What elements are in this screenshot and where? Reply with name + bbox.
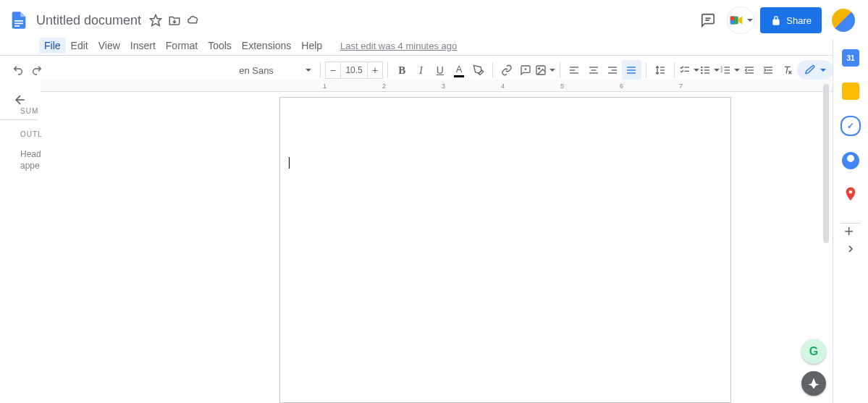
clear-formatting-button[interactable] [778, 60, 796, 80]
get-addons-button[interactable]: + [840, 223, 858, 240]
hide-side-panel-button[interactable] [842, 240, 859, 258]
side-panel: 31 + G OpenCtrl+OMake a copyShareEmailDo… [833, 39, 868, 403]
insert-image-button[interactable] [535, 60, 555, 80]
chevron-down-icon [747, 19, 753, 22]
chevron-down-icon [820, 69, 826, 72]
menu-tools[interactable]: Tools [203, 38, 237, 54]
text-color-button[interactable]: A [450, 60, 468, 80]
chevron-down-icon [714, 69, 720, 72]
floating-bubbles: G [801, 339, 826, 396]
star-icon[interactable] [147, 12, 164, 29]
svg-rect-1 [14, 23, 23, 25]
separator [320, 62, 321, 78]
separator [387, 62, 388, 78]
menubar: File Edit View Insert Format Tools Exten… [0, 36, 868, 55]
redo-button[interactable] [28, 60, 46, 80]
font-family-select[interactable]: en Sans [235, 60, 316, 80]
align-right-button[interactable] [603, 60, 622, 80]
menu-view[interactable]: View [93, 38, 125, 54]
numbered-list-button[interactable]: 12 [720, 60, 740, 80]
titlebar: Untitled document Share [0, 0, 868, 36]
menu-format[interactable]: Format [161, 38, 203, 54]
svg-point-32 [701, 72, 703, 75]
explore-button[interactable] [801, 371, 826, 396]
svg-rect-34 [704, 69, 709, 70]
menu-edit[interactable]: Edit [66, 38, 93, 54]
outline-sidebar: SUM OUTL Headappe [0, 80, 41, 403]
svg-point-31 [701, 69, 703, 72]
insert-link-button[interactable] [497, 60, 516, 80]
separator [646, 62, 646, 78]
outline-heading: OUTL [0, 120, 38, 143]
bulleted-list-button[interactable] [699, 60, 720, 80]
menu-extensions[interactable]: Extensions [237, 38, 296, 54]
editing-mode-button[interactable] [797, 60, 833, 80]
separator [492, 62, 493, 78]
svg-rect-35 [704, 72, 709, 73]
separator [674, 62, 675, 78]
menu-help[interactable]: Help [296, 38, 327, 54]
highlight-button[interactable] [468, 60, 487, 80]
svg-rect-2 [14, 25, 20, 27]
last-edit-link[interactable]: Last edit was 4 minutes ago [340, 41, 457, 51]
ruler-tick: 6 [620, 82, 623, 90]
svg-rect-7 [730, 17, 735, 21]
ruler[interactable]: 1234567 [41, 80, 833, 92]
align-left-button[interactable] [565, 60, 583, 80]
underline-button[interactable]: U [431, 60, 450, 80]
doc-title[interactable]: Untitled document [32, 12, 146, 30]
tasks-addon-icon[interactable] [840, 116, 861, 136]
svg-rect-8 [730, 20, 735, 25]
maps-addon-icon[interactable] [842, 185, 859, 203]
calendar-addon-icon[interactable]: 31 [842, 49, 859, 67]
font-name: en Sans [239, 65, 274, 76]
chevron-down-icon [734, 69, 740, 72]
pencil-icon [804, 64, 816, 76]
checklist-button[interactable] [679, 60, 699, 80]
docs-logo[interactable] [6, 7, 32, 33]
ruler-tick: 3 [442, 82, 445, 90]
contacts-addon-icon[interactable] [842, 152, 859, 169]
decrease-indent-button[interactable] [740, 60, 759, 80]
align-center-button[interactable] [584, 60, 603, 80]
svg-point-50 [849, 190, 853, 194]
svg-point-30 [701, 67, 703, 69]
outline-hint: Headappe [0, 143, 38, 171]
font-size-value[interactable]: 10.5 [341, 61, 367, 79]
meet-button[interactable] [727, 7, 754, 34]
document-page[interactable] [279, 97, 731, 403]
menu-file[interactable]: File [39, 38, 66, 54]
italic-button[interactable]: I [411, 60, 430, 80]
chevron-down-icon [306, 69, 311, 72]
grammarly-icon[interactable]: G [801, 339, 826, 364]
move-icon[interactable] [166, 12, 183, 29]
account-avatar[interactable] [832, 9, 855, 32]
ruler-tick: 1 [323, 82, 326, 90]
undo-button[interactable] [9, 60, 28, 80]
svg-rect-33 [704, 67, 709, 67]
bold-button[interactable]: B [392, 60, 411, 80]
chevron-down-icon [694, 69, 699, 72]
increase-indent-button[interactable] [759, 60, 778, 80]
font-size-control[interactable]: − 10.5 + [325, 61, 383, 79]
svg-marker-3 [151, 15, 161, 26]
workspace: SUM OUTL Headappe 1234567 [0, 80, 833, 403]
svg-rect-0 [14, 20, 23, 22]
decrease-font-button[interactable]: − [325, 61, 341, 79]
text-cursor [289, 157, 290, 169]
increase-font-button[interactable]: + [367, 61, 383, 79]
add-comment-button[interactable] [516, 60, 535, 80]
share-button[interactable]: Share [760, 7, 822, 33]
ruler-tick: 2 [382, 82, 386, 90]
line-spacing-button[interactable] [650, 60, 669, 80]
ruler-tick: 7 [679, 82, 683, 90]
cloud-status-icon[interactable] [185, 12, 202, 29]
svg-point-12 [539, 68, 540, 69]
align-justify-button[interactable] [622, 60, 641, 80]
keep-addon-icon[interactable] [842, 82, 859, 100]
open-comments-button[interactable] [695, 7, 721, 33]
menu-insert[interactable]: Insert [125, 38, 161, 54]
ruler-tick: 5 [560, 82, 564, 90]
share-label: Share [786, 15, 812, 26]
scrollbar-thumb[interactable] [823, 84, 829, 243]
